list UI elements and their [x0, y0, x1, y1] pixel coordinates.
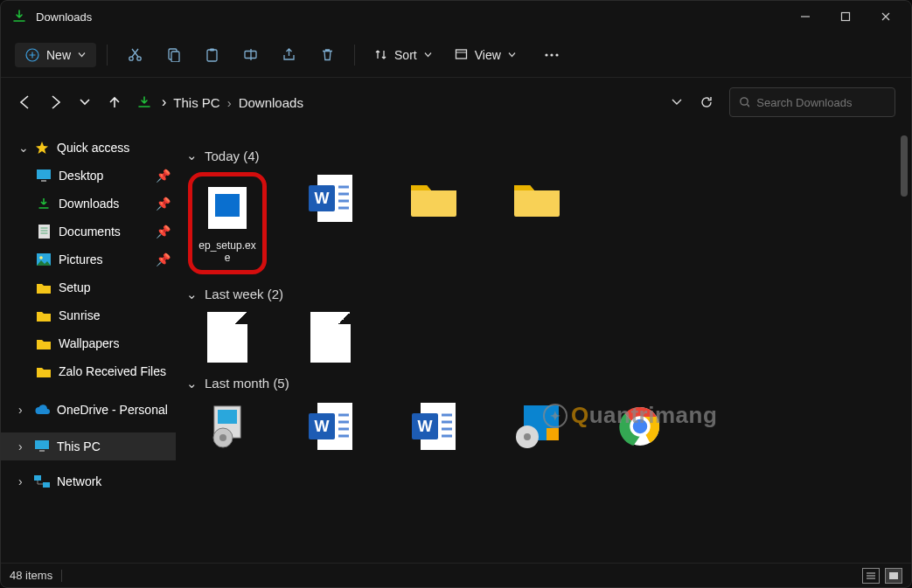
- content: ⌄ Quick access Desktop 📌 Downloads 📌 Doc…: [1, 127, 911, 563]
- sidebar-item-downloads[interactable]: Downloads 📌: [1, 190, 176, 218]
- folder-icon: [511, 172, 563, 225]
- more-button[interactable]: [535, 39, 568, 71]
- pin-icon: 📌: [156, 197, 171, 211]
- network-icon: [34, 474, 50, 489]
- search-icon: [739, 96, 749, 108]
- back-button[interactable]: [17, 93, 34, 111]
- installer-box-icon: [201, 400, 254, 453]
- sort-button[interactable]: Sort: [365, 45, 441, 66]
- chevron-down-icon: ⌄: [186, 287, 198, 302]
- up-button[interactable]: [106, 93, 123, 111]
- close-button[interactable]: [866, 3, 906, 30]
- sidebar-item-zalo[interactable]: Zalo Received Files: [1, 357, 176, 385]
- chevron-right-icon: ›: [18, 403, 27, 417]
- sidebar-item-documents[interactable]: Documents 📌: [1, 218, 176, 246]
- file-item[interactable]: W: [291, 172, 370, 274]
- cut-button[interactable]: [118, 39, 151, 71]
- plus-circle-icon: [25, 48, 39, 62]
- file-item[interactable]: [188, 400, 267, 453]
- file-item[interactable]: W: [291, 400, 370, 453]
- monitor-icon: [34, 439, 50, 454]
- chevron-right-icon: ›: [18, 439, 27, 453]
- file-item[interactable]: [498, 172, 576, 274]
- svg-point-42: [219, 434, 226, 441]
- svg-point-25: [39, 256, 43, 259]
- breadcrumb-part[interactable]: This PC: [173, 95, 219, 110]
- sidebar-item-sunrise[interactable]: Sunrise: [1, 301, 176, 329]
- sidebar-network[interactable]: › Network: [1, 467, 176, 495]
- chevron-right-icon: ›: [162, 94, 166, 110]
- paste-button[interactable]: [195, 39, 228, 71]
- sidebar-item-setup[interactable]: Setup: [1, 273, 176, 301]
- svg-rect-8: [210, 49, 214, 52]
- search-input[interactable]: [756, 96, 886, 109]
- toolbar: New Sort View: [1, 32, 911, 78]
- share-button[interactable]: [272, 39, 305, 71]
- maximize-button[interactable]: [825, 3, 866, 30]
- svg-text:W: W: [315, 418, 330, 435]
- copy-button[interactable]: [157, 39, 190, 71]
- watermark-icon: ✦: [543, 404, 567, 428]
- sort-label: Sort: [394, 48, 417, 62]
- rename-button[interactable]: [233, 39, 267, 71]
- svg-point-13: [545, 53, 547, 56]
- download-icon: [36, 196, 52, 211]
- view-button[interactable]: View: [446, 45, 525, 66]
- scrollbar[interactable]: [901, 135, 908, 197]
- word-doc-icon: W: [304, 172, 357, 225]
- sidebar-this-pc[interactable]: › This PC: [1, 432, 176, 460]
- document-icon: [36, 224, 52, 239]
- svg-rect-11: [456, 50, 466, 59]
- address-bar[interactable]: › This PC › Downloads: [134, 87, 719, 117]
- svg-rect-28: [34, 475, 41, 481]
- file-item[interactable]: W: [394, 400, 473, 453]
- details-view-button[interactable]: [862, 568, 880, 584]
- sidebar-item-label: Quick access: [57, 141, 129, 155]
- delete-button[interactable]: [310, 39, 344, 71]
- sidebar-item-wallpapers[interactable]: Wallpapers: [1, 329, 176, 357]
- refresh-button[interactable]: [700, 95, 714, 109]
- new-button[interactable]: New: [15, 43, 96, 67]
- group-header-lastmonth[interactable]: ⌄ Last month (5): [186, 376, 894, 391]
- word-doc-icon: W: [407, 400, 460, 453]
- file-item[interactable]: [291, 311, 370, 363]
- svg-point-16: [741, 98, 748, 105]
- sidebar-item-label: Documents: [59, 225, 121, 239]
- view-icon: [455, 48, 468, 61]
- svg-rect-31: [215, 194, 240, 217]
- svg-point-4: [136, 57, 140, 60]
- group-header-label: Last week (2): [205, 287, 283, 301]
- breadcrumb-part[interactable]: Downloads: [239, 95, 303, 110]
- svg-rect-26: [35, 440, 49, 449]
- sidebar-item-label: OneDrive - Personal: [57, 403, 168, 417]
- icons-view-button[interactable]: [885, 568, 902, 584]
- file-item[interactable]: [394, 172, 473, 274]
- address-history-button[interactable]: [672, 98, 682, 107]
- main-panel: ⌄ Today (4) ep_setup.exe W: [176, 127, 911, 563]
- sidebar-item-label: Network: [57, 474, 101, 488]
- group-header-lastweek[interactable]: ⌄ Last week (2): [186, 287, 894, 302]
- sidebar-item-label: Desktop: [59, 169, 103, 183]
- minimize-button[interactable]: [785, 3, 825, 30]
- svg-rect-40: [218, 410, 237, 424]
- sidebar-item-desktop[interactable]: Desktop 📌: [1, 162, 176, 190]
- desktop-icon: [36, 168, 52, 183]
- sidebar-onedrive[interactable]: › OneDrive - Personal: [1, 396, 176, 424]
- group-header-today[interactable]: ⌄ Today (4): [186, 148, 894, 163]
- sidebar-item-label: Sunrise: [59, 308, 100, 322]
- pin-icon: 📌: [156, 252, 171, 266]
- forward-button[interactable]: [46, 93, 64, 111]
- file-item[interactable]: [188, 311, 267, 363]
- svg-rect-19: [41, 180, 46, 182]
- breadcrumb: This PC › Downloads: [173, 95, 303, 110]
- sidebar-item-pictures[interactable]: Pictures 📌: [1, 246, 176, 273]
- watermark: ✦ Quantrimang: [543, 402, 717, 429]
- recent-button[interactable]: [76, 93, 94, 111]
- svg-rect-1: [842, 13, 850, 21]
- file-item-highlighted[interactable]: ep_setup.exe: [188, 172, 267, 274]
- folder-icon: [36, 363, 52, 379]
- main-scroll[interactable]: ⌄ Today (4) ep_setup.exe W: [176, 127, 911, 563]
- sidebar-quick-access[interactable]: ⌄ Quick access: [1, 134, 176, 162]
- search-box[interactable]: [729, 87, 895, 117]
- navbar: › This PC › Downloads: [1, 78, 911, 127]
